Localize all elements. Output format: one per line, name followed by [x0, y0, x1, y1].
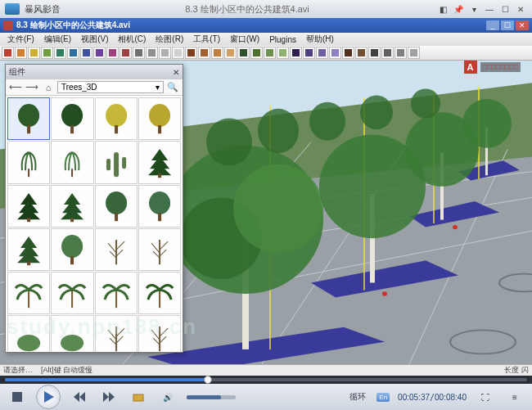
toolbar-button-8[interactable] [106, 47, 119, 59]
toolbar-button-26[interactable] [342, 47, 354, 59]
toolbar-button-30[interactable] [394, 47, 407, 59]
menu-view[interactable]: 视图(V) [77, 34, 112, 45]
maximize-icon[interactable]: ☐ [498, 3, 512, 15]
tree-thumbnail[interactable] [7, 228, 50, 271]
svg-point-68 [360, 96, 393, 130]
toolbar-button-12[interactable] [159, 47, 171, 59]
toolbar-button-17[interactable] [224, 47, 237, 59]
svg-rect-82 [114, 152, 119, 177]
menu-icon[interactable]: ▾ [467, 3, 480, 15]
tree-thumbnail[interactable] [51, 97, 93, 140]
toolbar-button-25[interactable] [329, 47, 341, 59]
toolbar-button-1[interactable] [15, 47, 27, 59]
toolbar-button-11[interactable] [146, 47, 158, 59]
toolbar-button-22[interactable] [290, 47, 302, 59]
stop-button[interactable] [7, 388, 28, 406]
toolbar-button-29[interactable] [381, 47, 394, 59]
tree-thumbnail[interactable] [95, 272, 138, 314]
app-close-icon[interactable]: ✕ [516, 20, 529, 30]
svg-marker-89 [61, 193, 83, 219]
tree-thumbnail[interactable] [51, 141, 93, 183]
panel-close-icon[interactable]: ✕ [173, 68, 179, 77]
menu-draw[interactable]: 绘图(R) [151, 34, 187, 45]
menu-edit[interactable]: 编辑(E) [40, 34, 75, 45]
pin-icon[interactable]: 📌 [452, 3, 465, 15]
toolbar-button-18[interactable] [237, 47, 250, 59]
toolbar-button-31[interactable] [408, 47, 420, 59]
tree-thumbnail[interactable] [95, 97, 138, 140]
menu-plugins[interactable]: Plugins [265, 35, 300, 44]
nav-forward-icon[interactable]: ⟶ [25, 81, 39, 94]
tree-thumbnail[interactable] [138, 97, 181, 140]
minimize-icon[interactable]: — [483, 3, 496, 15]
svg-rect-75 [70, 125, 74, 133]
tree-thumbnail[interactable] [138, 228, 181, 271]
playlist-button[interactable]: ≡ [504, 388, 525, 406]
tree-thumbnail[interactable] [7, 97, 50, 140]
collection-dropdown[interactable]: Trees_3D ▾ [57, 81, 164, 93]
prev-button[interactable] [69, 388, 90, 406]
tree-thumbnail[interactable] [138, 272, 181, 314]
toolbar-button-0[interactable] [2, 47, 14, 59]
volume-slider[interactable] [187, 395, 236, 399]
tree-thumbnail[interactable] [138, 185, 181, 228]
toolbar-button-2[interactable] [28, 47, 40, 59]
player-titlebar[interactable]: 暴风影音 8.3 绘制小区中的公共建筑4.avi ◧ 📌 ▾ — ☐ ✕ [0, 0, 532, 18]
toolbar-button-10[interactable] [133, 47, 145, 59]
toolbar-button-5[interactable] [67, 47, 79, 59]
toolbar-button-9[interactable] [119, 47, 132, 59]
tree-thumbnail[interactable] [95, 141, 138, 183]
menu-window[interactable]: 窗口(W) [226, 34, 264, 45]
tree-thumbnail[interactable] [51, 228, 93, 271]
toolbar-button-28[interactable] [368, 47, 381, 59]
open-button[interactable] [128, 388, 149, 406]
app-minimize-icon[interactable]: _ [486, 20, 499, 30]
seek-knob[interactable] [204, 376, 212, 384]
app-maximize-icon[interactable]: ☐ [501, 20, 514, 30]
skin-icon[interactable]: ◧ [436, 3, 449, 15]
tree-thumbnail[interactable] [95, 185, 138, 228]
tree-thumbnail[interactable] [51, 272, 93, 314]
tree-thumbnail[interactable] [51, 185, 93, 228]
toolbar-button-27[interactable] [355, 47, 367, 59]
play-button[interactable] [36, 385, 61, 409]
toolbar-button-16[interactable] [211, 47, 223, 59]
lang-badge[interactable]: En [376, 393, 390, 402]
toolbar-button-19[interactable] [250, 47, 263, 59]
svg-point-66 [258, 109, 299, 153]
panel-titlebar[interactable]: 组件 ✕ [6, 65, 183, 79]
seek-bar[interactable] [0, 376, 532, 384]
toolbar-button-7[interactable] [93, 47, 106, 59]
components-panel[interactable]: 组件 ✕ ⟵ ⟶ ⌂ Trees_3D ▾ 🔍 [5, 64, 183, 353]
menu-file[interactable]: 文件(F) [3, 34, 38, 45]
next-button[interactable] [98, 388, 119, 406]
svg-point-91 [106, 191, 127, 214]
tree-thumbnail[interactable] [7, 272, 50, 314]
svg-rect-86 [158, 173, 161, 178]
toolbar-button-4[interactable] [54, 47, 66, 59]
close-icon[interactable]: ✕ [514, 3, 527, 15]
toolbar-button-14[interactable] [185, 47, 197, 59]
loop-label[interactable]: 循环 [349, 391, 366, 403]
toolbar-button-6[interactable] [80, 47, 92, 59]
volume-icon[interactable]: 🔊 [157, 388, 178, 406]
toolbar-button-3[interactable] [41, 47, 53, 59]
menu-help[interactable]: 帮助(H) [302, 34, 338, 45]
tree-thumbnail[interactable] [95, 228, 138, 271]
toolbar-button-20[interactable] [264, 47, 276, 59]
toolbar-button-13[interactable] [172, 47, 184, 59]
fullscreen-button[interactable]: ⛶ [475, 388, 496, 406]
nav-search-icon[interactable]: 🔍 [165, 81, 180, 94]
toolbar-button-15[interactable] [198, 47, 210, 59]
menu-camera[interactable]: 相机(C) [114, 34, 150, 45]
nav-back-icon[interactable]: ⟵ [8, 81, 23, 94]
toolbar-button-23[interactable] [303, 47, 315, 59]
toolbar-button-21[interactable] [277, 47, 289, 59]
tree-thumbnail[interactable] [138, 141, 181, 183]
nav-home-icon[interactable]: ⌂ [41, 81, 56, 94]
tree-thumbnail[interactable] [7, 185, 50, 228]
menu-tools[interactable]: 工具(T) [189, 34, 224, 45]
toolbar-button-24[interactable] [316, 47, 328, 59]
tree-thumbnail[interactable] [7, 141, 50, 183]
app-titlebar[interactable]: 8.3 绘制小区中的公共建筑4.avi _ ☐ ✕ [0, 18, 532, 33]
